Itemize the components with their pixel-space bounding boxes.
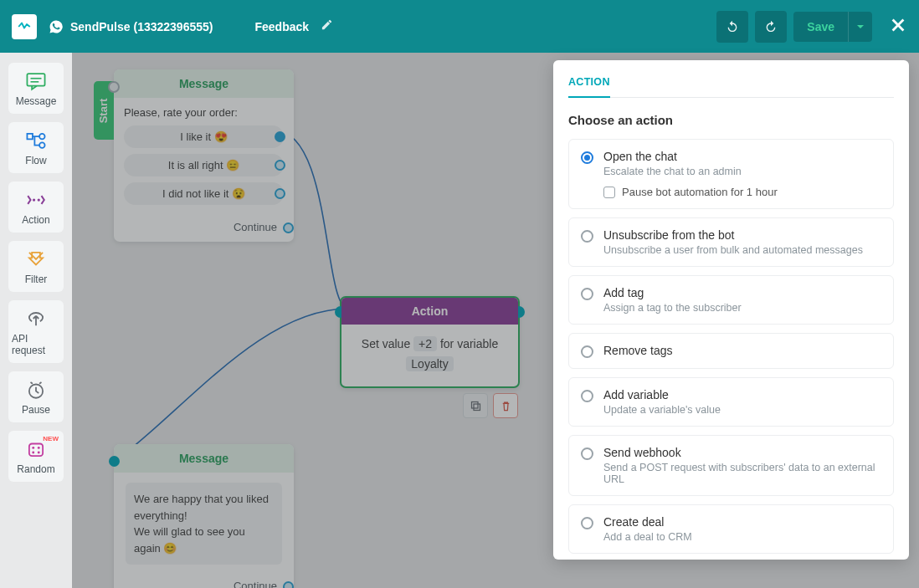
tool-label: Action xyxy=(22,214,49,226)
action-option[interactable]: Unsubscribe from the botUnsubscribe a us… xyxy=(568,217,894,267)
radio-icon[interactable] xyxy=(581,390,593,402)
svg-rect-14 xyxy=(474,404,480,411)
value-chip: +2 xyxy=(413,336,437,351)
input-port[interactable] xyxy=(109,456,120,467)
option-description: Send a POST request with subscribers' da… xyxy=(603,462,881,485)
output-port[interactable] xyxy=(283,222,294,233)
action-side-panel: ACTION Choose an action Open the chatEsc… xyxy=(553,60,909,560)
output-port[interactable] xyxy=(275,188,285,199)
radio-icon[interactable] xyxy=(581,230,593,243)
undo-button[interactable] xyxy=(716,11,748,43)
svg-point-7 xyxy=(38,198,40,201)
save-button[interactable]: Save xyxy=(793,12,849,42)
option-description: Assign a tag to the subscriber xyxy=(603,302,881,314)
close-button[interactable] xyxy=(889,16,907,38)
action-node[interactable]: Action Set value +2 for variable Loyalty xyxy=(340,296,520,388)
action-option[interactable]: Create dealAdd a deal to CRM xyxy=(568,504,894,554)
node-title: Action xyxy=(341,298,518,325)
message-prompt: Please, rate your order: xyxy=(124,106,284,119)
message-option[interactable]: It is all right 😑 xyxy=(124,154,284,176)
svg-point-6 xyxy=(33,198,35,201)
option-description: Unsubscribe a user from bulk and automat… xyxy=(603,244,881,256)
action-option[interactable]: Send webhookSend a POST request with sub… xyxy=(568,435,894,496)
action-body: Set value +2 for variable Loyalty xyxy=(341,325,518,386)
option-title: Add tag xyxy=(603,286,881,299)
tool-flow[interactable]: Flow xyxy=(8,122,64,173)
radio-icon[interactable] xyxy=(581,447,593,460)
option-title: Unsubscribe from the bot xyxy=(603,228,881,242)
tool-label: Random xyxy=(17,463,54,475)
option-title: Remove tags xyxy=(603,344,881,357)
action-option[interactable]: Add variableUpdate a variable's value xyxy=(568,377,894,427)
output-port[interactable] xyxy=(275,131,285,142)
save-dropdown-button[interactable] xyxy=(849,12,872,42)
element-toolbar: Message Flow Action Filter API request P… xyxy=(0,53,72,588)
tool-label: API request xyxy=(12,333,60,356)
option-title: Send webhook xyxy=(603,446,881,459)
top-bar: SendPulse (13322396555) Feedback Save xyxy=(0,0,919,53)
output-port[interactable] xyxy=(275,160,285,171)
message-text: We are happy that you liked everything! … xyxy=(126,483,282,565)
svg-point-13 xyxy=(38,452,40,454)
save-button-group: Save xyxy=(793,12,872,42)
duplicate-node-button[interactable] xyxy=(463,393,488,418)
message-node-1[interactable]: Start Message Please, rate your order: I… xyxy=(114,69,294,242)
svg-point-4 xyxy=(39,134,45,140)
panel-tab[interactable]: ACTION xyxy=(568,76,610,98)
option-title: Add variable xyxy=(603,388,881,401)
tool-label: Flow xyxy=(25,155,46,166)
action-option[interactable]: Open the chatEscalate the chat to an adm… xyxy=(568,139,894,209)
variable-chip: Loyalty xyxy=(406,356,453,371)
svg-point-5 xyxy=(39,142,45,148)
input-port[interactable] xyxy=(108,81,120,93)
action-option[interactable]: Add tagAssign a tag to the subscriber xyxy=(568,275,894,325)
tool-label: Message xyxy=(16,95,57,107)
node-tools xyxy=(463,393,518,418)
continue-label: Continue xyxy=(114,216,294,242)
checkbox-icon[interactable] xyxy=(603,187,615,198)
message-node-2[interactable]: Message We are happy that you liked ever… xyxy=(114,444,294,588)
option-description: Add a deal to CRM xyxy=(603,531,881,543)
tool-api-request[interactable]: API request xyxy=(8,300,64,363)
flow-name: Feedback xyxy=(254,20,309,33)
pause-automation-checkbox[interactable]: Pause bot automation for 1 hour xyxy=(603,186,881,198)
option-description: Escalate the chat to an admin xyxy=(603,166,881,177)
tool-random[interactable]: NEW Random xyxy=(8,431,64,482)
svg-rect-15 xyxy=(471,401,478,408)
svg-point-11 xyxy=(38,447,40,449)
whatsapp-icon xyxy=(49,19,64,34)
radio-icon[interactable] xyxy=(581,151,593,164)
tool-filter[interactable]: Filter xyxy=(8,241,64,292)
tool-pause[interactable]: Pause xyxy=(8,371,64,422)
message-option[interactable]: I did not like it 😧 xyxy=(124,182,284,205)
checkbox-label: Pause bot automation for 1 hour xyxy=(622,186,778,198)
panel-title: Choose an action xyxy=(568,113,894,127)
action-option[interactable]: Remove tags xyxy=(568,333,894,369)
tool-message[interactable]: Message xyxy=(8,63,64,114)
continue-label: Continue xyxy=(114,575,294,588)
tool-label: Filter xyxy=(25,274,48,285)
node-title: Message xyxy=(114,444,294,473)
option-description: Update a variable's value xyxy=(603,404,881,416)
edit-name-icon[interactable] xyxy=(321,18,333,34)
svg-point-10 xyxy=(32,447,34,449)
svg-point-12 xyxy=(32,452,34,454)
node-title: Message xyxy=(114,69,294,98)
tool-action[interactable]: Action xyxy=(8,182,64,233)
radio-icon[interactable] xyxy=(581,517,593,529)
output-port[interactable] xyxy=(283,581,294,588)
redo-button[interactable] xyxy=(755,11,787,43)
app-logo xyxy=(12,14,37,39)
tool-label: Pause xyxy=(22,404,50,416)
delete-node-button[interactable] xyxy=(493,393,518,418)
option-title: Open the chat xyxy=(603,150,881,163)
radio-icon[interactable] xyxy=(581,288,593,300)
new-badge: NEW xyxy=(43,435,59,442)
option-title: Create deal xyxy=(603,515,881,529)
message-option[interactable]: I like it 😍 xyxy=(124,125,284,148)
svg-rect-0 xyxy=(27,74,44,86)
radio-icon[interactable] xyxy=(581,345,593,358)
account-name: SendPulse (13322396555) xyxy=(70,20,213,33)
svg-rect-9 xyxy=(29,444,43,457)
svg-rect-3 xyxy=(27,134,33,140)
